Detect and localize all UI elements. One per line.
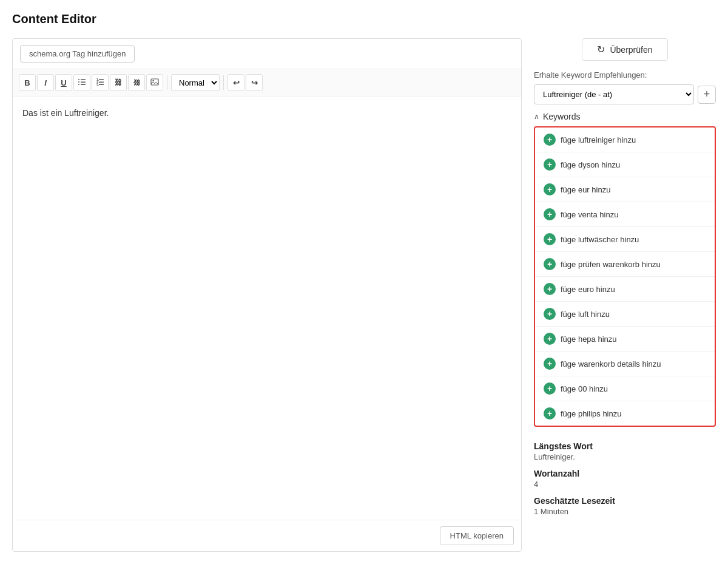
keyword-text: füge 00 hinzu (561, 384, 608, 393)
keyword-add-icon: + (544, 382, 556, 395)
keyword-add-icon: + (544, 158, 556, 171)
keyword-list-item[interactable]: + füge hepa hinzu (535, 327, 715, 352)
keyword-list-item[interactable]: + füge luft hinzu (535, 302, 715, 327)
italic-button[interactable]: I (37, 74, 54, 91)
svg-rect-9 (99, 81, 104, 83)
undo-button[interactable]: ↩ (228, 74, 244, 91)
svg-rect-11 (99, 84, 104, 85)
keyword-list-item[interactable]: + füge luftwäscher hinzu (535, 227, 715, 252)
image-button[interactable] (146, 74, 163, 91)
bullet-list-button[interactable] (73, 74, 90, 91)
underline-icon: U (61, 78, 66, 87)
editor-text: Das ist ein Luftreiniger. (22, 108, 109, 118)
svg-rect-5 (81, 84, 86, 85)
svg-point-13 (152, 80, 153, 81)
check-button-label: Überprüfen (610, 45, 652, 55)
undo-icon: ↩ (233, 78, 240, 87)
unlink-button[interactable]: ⛓ (128, 74, 145, 91)
keyword-list-item[interactable]: + füge dyson hinzu (535, 152, 715, 177)
schema-tag-bar: schema.org Tag hinzufügen (13, 39, 521, 69)
svg-rect-4 (78, 84, 79, 85)
keyword-list-item[interactable]: + füge 00 hinzu (535, 376, 715, 401)
reading-time-label: Geschätzte Lesezeit (534, 496, 716, 506)
image-icon (150, 78, 159, 88)
keyword-recommendation-label: Erhalte Keyword Empfehlungen: (534, 70, 716, 80)
link-icon: ⛓ (115, 78, 122, 87)
bold-icon: B (24, 78, 30, 87)
word-count-stat: Wortanzahl 4 (534, 469, 716, 489)
keyword-list-item[interactable]: + füge luftreiniger hinzu (535, 127, 715, 152)
keyword-add-icon: + (544, 358, 556, 370)
svg-rect-0 (78, 79, 79, 80)
schema-tag-button[interactable]: schema.org Tag hinzufügen (20, 45, 135, 63)
keyword-list-item[interactable]: + füge philips hinzu (535, 401, 715, 426)
keyword-add-icon: + (544, 233, 556, 245)
keyword-recommendation-section: Erhalte Keyword Empfehlungen: Luftreinig… (534, 70, 716, 437)
editor-footer: HTML kopieren (13, 520, 521, 551)
keywords-collapse-row: ∧ Keywords (534, 112, 716, 121)
bold-button[interactable]: B (19, 74, 36, 91)
keyword-text: füge warenkorb details hinzu (561, 359, 661, 369)
longest-word-stat: Längstes Wort Luftreiniger. (534, 441, 716, 461)
redo-button[interactable]: ↪ (246, 74, 263, 91)
keywords-section-title: Keywords (543, 112, 580, 121)
svg-rect-12 (151, 79, 158, 85)
keyword-text: füge prüfen warenkorb hinzu (561, 260, 661, 269)
link-button[interactable]: ⛓ (110, 74, 127, 91)
right-panel: ↻ Überprüfen Erhalte Keyword Empfehlunge… (534, 38, 716, 552)
plus-icon: + (704, 88, 710, 101)
keyword-select-row: Luftreiniger (de - at) + (534, 84, 716, 104)
keyword-add-icon: + (544, 333, 556, 345)
keyword-text: füge luftwäscher hinzu (561, 235, 639, 244)
toolbar-separator-1 (167, 75, 167, 90)
svg-rect-7 (99, 79, 104, 80)
numbered-list-button[interactable]: 1. 2. 3. (92, 74, 109, 91)
check-button[interactable]: ↻ Überprüfen (582, 38, 667, 61)
keyword-add-icon: + (544, 134, 556, 146)
keyword-text: füge hepa hinzu (561, 335, 617, 344)
editor-content[interactable]: Das ist ein Luftreiniger. (13, 97, 521, 520)
keyword-list-item[interactable]: + füge prüfen warenkorb hinzu (535, 252, 715, 277)
bullet-list-icon (78, 78, 86, 88)
copy-html-button[interactable]: HTML kopieren (440, 526, 514, 545)
check-button-row: ↻ Überprüfen (534, 38, 716, 61)
keyword-add-icon: + (544, 258, 556, 270)
editor-toolbar: B I U (13, 69, 521, 97)
longest-word-value: Luftreiniger. (534, 452, 716, 461)
svg-rect-3 (81, 81, 86, 83)
keyword-add-icon: + (544, 183, 556, 195)
keyword-text: füge philips hinzu (561, 409, 621, 418)
keyword-list-item[interactable]: + füge warenkorb details hinzu (535, 352, 715, 376)
keyword-text: füge luftreiniger hinzu (561, 135, 636, 144)
svg-rect-2 (78, 81, 79, 83)
keyword-list-item[interactable]: + füge eur hinzu (535, 177, 715, 202)
reading-time-stat: Geschätzte Lesezeit 1 Minuten (534, 496, 716, 516)
stats-section: Längstes Wort Luftreiniger. Wortanzahl 4… (534, 441, 716, 523)
editor-panel: schema.org Tag hinzufügen B I U (12, 38, 522, 552)
unlink-icon: ⛓ (133, 79, 140, 86)
chevron-up-icon[interactable]: ∧ (534, 112, 539, 121)
keyword-add-icon: + (544, 308, 556, 320)
reading-time-value: 1 Minuten (534, 507, 716, 516)
keyword-list-item[interactable]: + füge euro hinzu (535, 277, 715, 302)
keyword-text: füge dyson hinzu (561, 160, 620, 169)
keyword-text: füge venta hinzu (561, 210, 618, 219)
refresh-icon: ↻ (597, 44, 605, 55)
keyword-text: füge euro hinzu (561, 285, 615, 294)
keyword-add-icon: + (544, 407, 556, 420)
word-count-label: Wortanzahl (534, 469, 716, 478)
keyword-text: füge eur hinzu (561, 185, 610, 194)
format-select[interactable]: Normal H1 H2 H3 (171, 74, 220, 91)
keyword-add-icon: + (544, 208, 556, 220)
keyword-list-item[interactable]: + füge venta hinzu (535, 202, 715, 227)
add-keyword-button[interactable]: + (698, 86, 716, 104)
underline-button[interactable]: U (55, 74, 72, 91)
keyword-select[interactable]: Luftreiniger (de - at) (534, 84, 694, 104)
svg-rect-1 (81, 79, 86, 80)
numbered-list-icon: 1. 2. 3. (96, 78, 104, 88)
word-count-value: 4 (534, 480, 716, 489)
longest-word-label: Längstes Wort (534, 441, 716, 451)
toolbar-separator-2 (223, 75, 224, 90)
page-title: Content Editor (12, 12, 716, 26)
keyword-list-container: + füge luftreiniger hinzu + füge dyson h… (534, 126, 716, 427)
